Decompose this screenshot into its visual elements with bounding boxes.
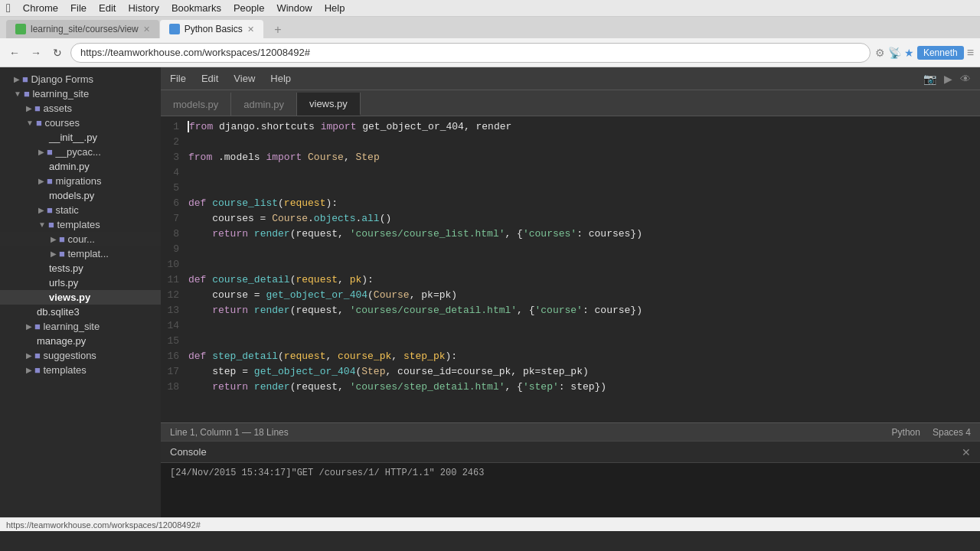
console-log-entry: [24/Nov/2015 15:34:17]"GET /courses/1/ H… <box>170 468 484 478</box>
sidebar-item-templates-root[interactable]: ▶ ■ templates <box>0 363 161 377</box>
line-number-8: 8 <box>161 227 188 242</box>
line-content-15 <box>188 334 980 349</box>
chevron-icon: ▶ <box>51 249 57 258</box>
edit-menu[interactable]: Edit <box>99 2 116 14</box>
refresh-button[interactable]: ↻ <box>49 44 66 61</box>
folder-icon-root: ■ <box>22 73 28 85</box>
tab-close-learning[interactable]: ✕ <box>143 24 150 34</box>
line-content-12: course = get_object_or_404(Course, pk=pk… <box>188 288 980 303</box>
file-tab-views[interactable]: views.py <box>297 93 361 116</box>
browser-tab-python[interactable]: Python Basics ✕ <box>160 20 263 38</box>
sidebar-item-assets[interactable]: ▶ ■ assets <box>0 101 161 116</box>
line-number-12: 12 <box>161 288 188 303</box>
user-name: Kenneth <box>923 47 958 58</box>
new-tab-button[interactable]: + <box>267 21 289 38</box>
sidebar-item-urls[interactable]: urls.py <box>0 276 161 290</box>
apple-menu[interactable]:  <box>6 2 11 15</box>
user-badge[interactable]: Kenneth <box>917 46 964 60</box>
bookmarks-menu[interactable]: Bookmarks <box>172 2 221 14</box>
sidebar-item-models[interactable]: models.py <box>0 188 161 203</box>
line-content-13: return render(request, 'courses/course_d… <box>188 303 980 318</box>
sidebar-item-db[interactable]: db.sqlite3 <box>0 305 161 319</box>
line-number-1: 1 <box>161 119 188 135</box>
address-bar[interactable]: https://teamworkhouse.com/workspaces/120… <box>70 43 871 63</box>
code-line-12: 12 course = get_object_or_404(Course, pk… <box>161 288 980 303</box>
browser-tab-learning[interactable]: learning_site/courses/view ✕ <box>6 20 159 38</box>
folder-icon: ■ <box>48 219 54 230</box>
folder-icon: ■ <box>34 364 41 376</box>
chrome-menu[interactable]: Chrome <box>23 2 58 14</box>
file-db: db.sqlite3 <box>37 306 80 318</box>
editor-toolbar-icons: 📷 ▶ 👁 <box>923 73 971 85</box>
window-menu[interactable]: Window <box>276 2 312 14</box>
line-number-2: 2 <box>161 135 188 150</box>
sidebar-item-learning-site[interactable]: ▼ ■ learning_site <box>0 86 161 101</box>
sidebar-item-templates[interactable]: ▼ ■ templates <box>0 217 161 232</box>
code-editor[interactable]: 1 from django.shortcuts import get_objec… <box>161 116 980 422</box>
editor-menu-edit[interactable]: Edit <box>201 73 218 84</box>
tab-close-python[interactable]: ✕ <box>247 24 254 34</box>
run-icon[interactable]: ▶ <box>944 73 952 85</box>
sidebar-item-views[interactable]: views.py <box>0 290 161 305</box>
folder-icon: ■ <box>36 117 42 129</box>
file-manage: manage.py <box>37 335 86 347</box>
forward-button[interactable]: → <box>28 44 44 61</box>
file-menu[interactable]: File <box>70 2 87 14</box>
sidebar-item-cour[interactable]: ▶ ■ cour... <box>0 232 161 246</box>
editor-menu-view[interactable]: View <box>234 73 255 84</box>
sidebar-item-migrations[interactable]: ▶ ■ migrations <box>0 174 161 188</box>
chevron-open: ▼ <box>38 220 46 229</box>
people-menu[interactable]: People <box>234 2 264 14</box>
line-number-13: 13 <box>161 303 188 318</box>
sidebar-item-admin[interactable]: admin.py <box>0 159 161 174</box>
folder-static: static <box>55 204 78 216</box>
line-number-10: 10 <box>161 257 188 272</box>
file-tab-models[interactable]: models.py <box>161 93 231 116</box>
sidebar-item-static[interactable]: ▶ ■ static <box>0 203 161 217</box>
console-header: Console ✕ <box>161 442 980 463</box>
line-content-9 <box>188 242 980 257</box>
history-menu[interactable]: History <box>128 2 158 14</box>
help-menu[interactable]: Help <box>325 2 345 14</box>
preview-icon[interactable]: 👁 <box>960 73 971 85</box>
sidebar-item-suggestions[interactable]: ▶ ■ suggestions <box>0 348 161 363</box>
folder-cour: cour... <box>67 233 94 245</box>
folder-suggestions: suggestions <box>43 350 96 361</box>
line-content-7: courses = Course.objects.all() <box>188 211 980 227</box>
line-number-5: 5 <box>161 181 188 196</box>
sidebar-item-pycache[interactable]: ▶ ■ __pycac... <box>0 145 161 159</box>
bookmark-star-icon[interactable]: ★ <box>904 47 914 59</box>
tab-favicon-learning <box>15 24 26 34</box>
file-tab-admin[interactable]: admin.py <box>231 93 297 116</box>
chevron-open: ▼ <box>26 119 34 127</box>
file-tab-models-label: models.py <box>173 99 218 110</box>
tab-label-python: Python Basics <box>185 24 243 34</box>
file-views: views.py <box>49 292 90 303</box>
sidebar-item-init[interactable]: __init__.py <box>0 130 161 145</box>
sidebar-item-learning-site2[interactable]: ▶ ■ learning_site <box>0 319 161 334</box>
folder-icon: ■ <box>59 233 65 245</box>
chevron-icon: ▶ <box>14 75 20 83</box>
sidebar-item-templat[interactable]: ▶ ■ templat... <box>0 246 161 261</box>
sidebar-item-courses[interactable]: ▼ ■ courses <box>0 116 161 130</box>
camera-icon[interactable]: 📷 <box>923 73 936 85</box>
console-close-button[interactable]: ✕ <box>962 446 971 458</box>
cast-icon[interactable]: 📡 <box>888 47 901 59</box>
sidebar-item-tests[interactable]: tests.py <box>0 261 161 276</box>
chevron-open: ▼ <box>14 90 21 98</box>
folder-icon: ■ <box>34 350 41 361</box>
editor-menu-help[interactable]: Help <box>270 73 291 84</box>
sidebar-item-django-forms[interactable]: ▶ ■ Django Forms <box>0 72 161 86</box>
code-line-15: 15 <box>161 334 980 349</box>
folder-courses: courses <box>44 117 80 129</box>
editor-menu-file[interactable]: File <box>170 73 186 84</box>
file-init: __init__.py <box>49 132 97 143</box>
code-line-17: 17 step = get_object_or_404(Step, course… <box>161 364 980 380</box>
back-button[interactable]: ← <box>6 44 23 61</box>
chrome-menu-icon[interactable]: ≡ <box>967 46 974 60</box>
extensions-icon[interactable]: ⚙ <box>875 47 885 59</box>
folder-migrations: migrations <box>55 175 101 187</box>
sidebar-item-manage[interactable]: manage.py <box>0 334 161 348</box>
line-content-2 <box>188 135 980 150</box>
file-admin: admin.py <box>49 161 90 172</box>
